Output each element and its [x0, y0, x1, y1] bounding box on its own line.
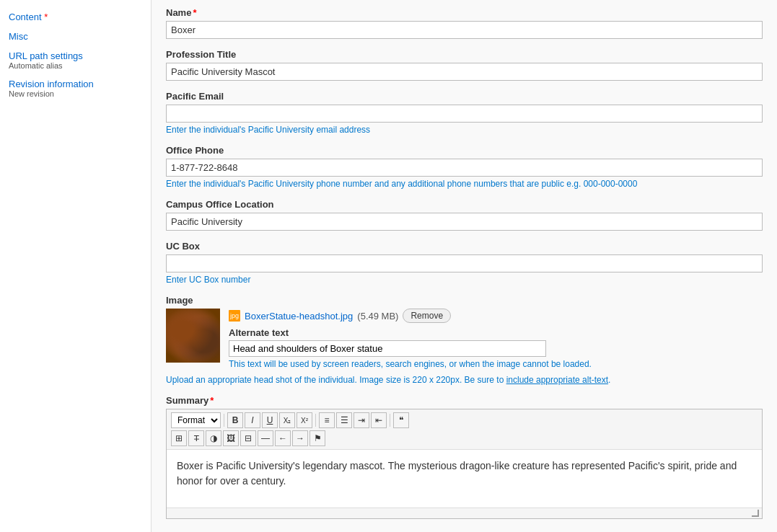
toolbar-sep-1 [224, 414, 224, 427]
toolbar-sep-2 [315, 414, 316, 427]
superscript-button[interactable]: X² [297, 412, 312, 428]
sidebar-link-url-path[interactable]: URL path settings [9, 50, 83, 61]
editor-text: Boxer is Pacific University's legendary … [177, 458, 752, 489]
toolbar-row-1: Format B I U X₂ X² ≡ ☰ ⇥ ⇤ ❝ [171, 412, 758, 428]
main-content: Name* Profession Title Pacific Email Ent… [152, 0, 777, 532]
alt-text-input[interactable] [229, 340, 546, 357]
campus-office-field-group: Campus Office Location [166, 199, 763, 231]
table-button[interactable]: ⊞ [171, 430, 187, 446]
remove-button[interactable]: Remove [403, 309, 451, 323]
office-phone-hint: Enter the individual's Pacific Universit… [166, 179, 763, 189]
pacific-email-label: Pacific Email [166, 91, 763, 102]
profession-title-field-group: Profession Title [166, 49, 763, 81]
file-size: (5.49 MB) [357, 311, 398, 322]
image-info: jpg BoxerStatue-headshot.jpg (5.49 MB) R… [229, 309, 763, 369]
summary-label: Summary* [166, 395, 763, 406]
profession-title-input[interactable] [166, 63, 763, 81]
file-link[interactable]: BoxerStatue-headshot.jpg [245, 311, 353, 322]
campus-office-label: Campus Office Location [166, 199, 763, 210]
unordered-list-button[interactable]: ☰ [336, 412, 352, 428]
pacific-email-hint: Enter the individual's Pacific Universit… [166, 125, 763, 135]
uc-box-label: UC Box [166, 241, 763, 252]
image-upload-hint: Upload an appropriate head shot of the i… [166, 375, 763, 385]
hr-button[interactable]: — [258, 430, 273, 446]
toolbar-sep-3 [390, 414, 390, 427]
office-phone-field-group: Office Phone Enter the individual's Paci… [166, 145, 763, 189]
office-phone-label: Office Phone [166, 145, 763, 156]
name-label: Name* [166, 7, 763, 18]
editor-toolbar: Format B I U X₂ X² ≡ ☰ ⇥ ⇤ ❝ [167, 409, 762, 450]
image-section: jpg BoxerStatue-headshot.jpg (5.49 MB) R… [166, 309, 763, 369]
table2-button[interactable]: ⊟ [240, 430, 256, 446]
sidebar-sublabel-revision: New revision [9, 89, 142, 98]
ordered-list-button[interactable]: ≡ [319, 412, 335, 428]
pacific-email-input[interactable] [166, 105, 763, 123]
name-field-group: Name* [166, 7, 763, 39]
resize-icon [752, 510, 759, 517]
sidebar-item-url-path[interactable]: URL path settings Automatic alias [0, 46, 151, 74]
image-thumbnail [166, 309, 220, 363]
campus-office-input[interactable] [166, 213, 763, 231]
clear-format-button[interactable]: T̶ [188, 430, 204, 446]
blockquote-button[interactable]: ❝ [393, 412, 409, 428]
indent-button[interactable]: ⇥ [354, 412, 369, 428]
arrow-right-button[interactable]: → [292, 430, 308, 446]
resize-handle[interactable] [167, 507, 762, 518]
flag-button[interactable]: ⚑ [310, 430, 325, 446]
alt-text-section: Alternate text This text will be used by… [229, 327, 763, 369]
profession-title-label: Profession Title [166, 49, 763, 60]
sidebar-item-content[interactable]: Content * [0, 7, 151, 27]
image-thumb-inner [166, 309, 220, 363]
sidebar-sublabel-url: Automatic alias [9, 61, 142, 70]
pacific-email-field-group: Pacific Email Enter the individual's Pac… [166, 91, 763, 135]
sidebar-link-content[interactable]: Content * [9, 12, 48, 22]
sidebar-item-misc[interactable]: Misc [0, 27, 151, 46]
summary-field-group: Summary* Format B I U X₂ X² [166, 395, 763, 519]
sidebar-link-misc[interactable]: Misc [9, 31, 28, 42]
subscript-button[interactable]: X₂ [279, 412, 295, 428]
rich-text-editor: Format B I U X₂ X² ≡ ☰ ⇥ ⇤ ❝ [166, 409, 763, 519]
name-input[interactable] [166, 21, 763, 39]
outdent-button[interactable]: ⇤ [371, 412, 387, 428]
alt-text-label: Alternate text [229, 327, 763, 338]
arrow-left-button[interactable]: ← [275, 430, 291, 446]
file-icon: jpg [229, 310, 240, 322]
underline-button[interactable]: U [262, 412, 278, 428]
uc-box-input[interactable] [166, 254, 763, 272]
alt-text-link[interactable]: include appropriate alt-text [506, 375, 608, 385]
source-button[interactable]: ◑ [206, 430, 221, 446]
format-select[interactable]: Format [171, 412, 221, 428]
italic-button[interactable]: I [245, 412, 260, 428]
uc-box-hint: Enter UC Box number [166, 275, 763, 285]
sidebar: Content * Misc URL path settings Automat… [0, 0, 152, 532]
image-field-group: Image jpg BoxerStatue-headshot.jpg (5.49… [166, 295, 763, 385]
sidebar-link-revision[interactable]: Revision information [9, 79, 94, 89]
uc-box-field-group: UC Box Enter UC Box number [166, 241, 763, 285]
office-phone-input[interactable] [166, 159, 763, 177]
bold-button[interactable]: B [227, 412, 243, 428]
image-insert-button[interactable]: 🖼 [223, 430, 239, 446]
image-file-row: jpg BoxerStatue-headshot.jpg (5.49 MB) R… [229, 309, 763, 323]
alt-text-hint: This text will be used by screen readers… [229, 359, 763, 369]
toolbar-row-2: ⊞ T̶ ◑ 🖼 ⊟ — ← → ⚑ [171, 430, 758, 446]
editor-content[interactable]: Boxer is Pacific University's legendary … [167, 450, 762, 507]
image-label: Image [166, 295, 763, 306]
sidebar-item-revision[interactable]: Revision information New revision [0, 74, 151, 102]
